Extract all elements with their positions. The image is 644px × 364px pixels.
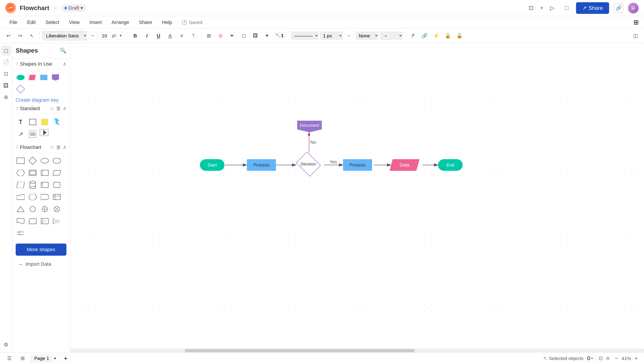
fc-manual-input-shape[interactable] xyxy=(16,192,26,202)
format-button[interactable]: ✦ xyxy=(262,31,272,41)
link-button[interactable]: 🔗 xyxy=(420,31,430,41)
std-lightning-shape[interactable] xyxy=(52,117,62,127)
fc-loop-shape[interactable] xyxy=(40,180,50,190)
fc-internal-storage-shape[interactable] xyxy=(52,192,62,202)
connection-type-selector[interactable]: None Arrow xyxy=(356,32,378,40)
menu-arrange[interactable]: Arrange xyxy=(108,18,133,27)
shadow-button[interactable]: ◻ xyxy=(239,31,249,41)
menu-insert[interactable]: Insert xyxy=(86,18,106,27)
shapes-in-use-section-header[interactable]: ⠿ Shapes In Use ∧ xyxy=(12,58,70,70)
font-size-decrease[interactable]: − xyxy=(89,32,97,40)
menu-help[interactable]: Help xyxy=(158,18,176,27)
fc-triangle-shape[interactable] xyxy=(16,204,26,214)
menu-select[interactable]: Select xyxy=(41,18,63,27)
fc-card-shape[interactable] xyxy=(28,216,38,226)
canvas-area[interactable]: Yes No Start Process xyxy=(70,43,644,352)
node-data[interactable]: Data xyxy=(390,159,420,171)
font-size-increase[interactable]: + xyxy=(117,32,125,40)
standard-section-header[interactable]: ⠿ Standard ☆ 🗑 ∧ xyxy=(12,103,70,114)
fc-display-shape[interactable] xyxy=(52,180,62,190)
node-process2[interactable]: Process xyxy=(343,159,372,171)
horizontal-scrollbar[interactable] xyxy=(70,349,644,352)
collapse-icon[interactable]: ∧ xyxy=(63,61,66,67)
document-title[interactable]: Flowchart xyxy=(20,5,49,12)
standard-collapse-icon[interactable]: ∧ xyxy=(63,106,66,111)
std-note-shape[interactable] xyxy=(40,117,50,127)
favorite-icon[interactable]: ☆ xyxy=(53,5,58,11)
fc-prep-shape[interactable] xyxy=(28,192,38,202)
fc-hex-shape[interactable] xyxy=(16,168,26,178)
text-align-button[interactable]: ≡ xyxy=(177,31,187,41)
line-style-selector[interactable]: ———— - - - - xyxy=(291,32,318,40)
node-decision[interactable]: Decision xyxy=(296,155,321,173)
font-color-button[interactable]: A xyxy=(165,31,175,41)
shape-rect[interactable] xyxy=(39,73,49,82)
underline-button[interactable]: U xyxy=(154,31,164,41)
standard-star-icon[interactable]: ☆ xyxy=(50,106,54,111)
italic-button[interactable]: I xyxy=(142,31,152,41)
fc-wave-shape[interactable] xyxy=(16,216,26,226)
fc-x-circle-shape[interactable] xyxy=(52,204,62,214)
user-avatar[interactable]: U xyxy=(628,3,639,14)
std-list-shape[interactable] xyxy=(28,129,38,139)
arrow-style-selector[interactable]: → ⇒ xyxy=(380,32,402,40)
selected-count-chevron[interactable]: ▾ xyxy=(591,356,593,361)
share-button[interactable]: ↗ Share xyxy=(576,2,609,14)
sidebar-shapes-icon[interactable]: ◻ xyxy=(1,46,11,56)
fc-rounded-shape[interactable] xyxy=(52,156,62,166)
node-process1[interactable]: Process xyxy=(247,159,276,171)
lightning-button[interactable]: ⚡ xyxy=(431,31,441,41)
page-dropdown-icon[interactable]: ▾ xyxy=(52,356,58,360)
fc-rect-shape[interactable] xyxy=(16,156,26,166)
menu-share[interactable]: Share xyxy=(135,18,156,27)
std-text-shape[interactable]: T xyxy=(16,117,26,127)
page-selector[interactable]: Page 1 ▾ xyxy=(31,354,58,363)
layers-icon[interactable]: ⊡ xyxy=(598,355,603,361)
line-width-selector[interactable]: 1 px 2 px xyxy=(320,32,342,40)
waypoint-button[interactable]: ⌐ xyxy=(344,31,354,41)
zoom-in-button[interactable]: + xyxy=(633,354,640,362)
fill-color-button[interactable]: ⊘ xyxy=(216,31,226,41)
fc-circle-shape[interactable] xyxy=(28,204,38,214)
std-arrow-shape[interactable]: ↗ xyxy=(16,129,26,139)
menu-view[interactable]: View xyxy=(65,18,84,27)
fc-inner-rect2-shape[interactable] xyxy=(40,168,50,178)
node-start[interactable]: Start xyxy=(200,159,224,171)
lock-button[interactable]: 🔒 xyxy=(443,31,453,41)
add-page-button[interactable]: + xyxy=(62,354,70,363)
text-position-button[interactable]: ⊤ xyxy=(188,31,198,41)
fc-para-shape[interactable] xyxy=(52,168,62,178)
import-data-button[interactable]: → Import Data xyxy=(16,258,53,270)
image-button[interactable]: 🖼 xyxy=(250,31,260,41)
fc-equals-shape[interactable]: ={ xyxy=(16,228,26,238)
shape-doc[interactable] xyxy=(50,73,60,82)
fc-para2-shape[interactable] xyxy=(16,180,26,190)
fc-cylinder-shape[interactable] xyxy=(28,180,38,190)
side-panel-toggle[interactable]: ◫ xyxy=(630,31,640,41)
camera-icon[interactable]: □ xyxy=(562,3,572,13)
sidebar-plugins-icon[interactable]: ⊕ xyxy=(1,92,11,102)
list-view-button[interactable]: ☰ xyxy=(4,354,14,363)
sidebar-layers-icon[interactable]: ⊡ xyxy=(1,69,11,79)
link-icon[interactable]: 🔗 xyxy=(614,3,624,13)
extra-button-1[interactable]: ↱ xyxy=(408,31,418,41)
present-icon[interactable]: ⊡ xyxy=(526,3,536,13)
zoom-out-button[interactable]: − xyxy=(613,354,620,362)
fc-inner-rect-shape[interactable] xyxy=(28,168,38,178)
search-icon[interactable]: 🔍 xyxy=(60,48,66,54)
pointer-button[interactable]: ↖ xyxy=(27,31,37,41)
standard-delete-icon[interactable]: 🗑 xyxy=(56,106,61,111)
status-badge[interactable]: Draft ▾ xyxy=(61,4,86,12)
sidebar-settings-icon[interactable]: ⚙ xyxy=(1,340,11,350)
font-family-selector[interactable]: Liberation Sans xyxy=(42,31,87,41)
scrollbar-thumb[interactable] xyxy=(185,349,414,352)
more-shapes-button[interactable]: More shapes xyxy=(16,244,66,256)
sidebar-pages-icon[interactable]: 📄 xyxy=(1,57,11,67)
sidebar-templates-icon[interactable]: 🖼 xyxy=(1,81,11,90)
menu-file[interactable]: File xyxy=(5,18,21,27)
menu-edit[interactable]: Edit xyxy=(23,18,40,27)
fc-crosshair-shape[interactable] xyxy=(40,204,50,214)
fc-delay-shape[interactable] xyxy=(40,192,50,202)
std-rect-shape[interactable] xyxy=(28,117,38,127)
fc-list-shape[interactable]: ≡ xyxy=(40,216,50,226)
